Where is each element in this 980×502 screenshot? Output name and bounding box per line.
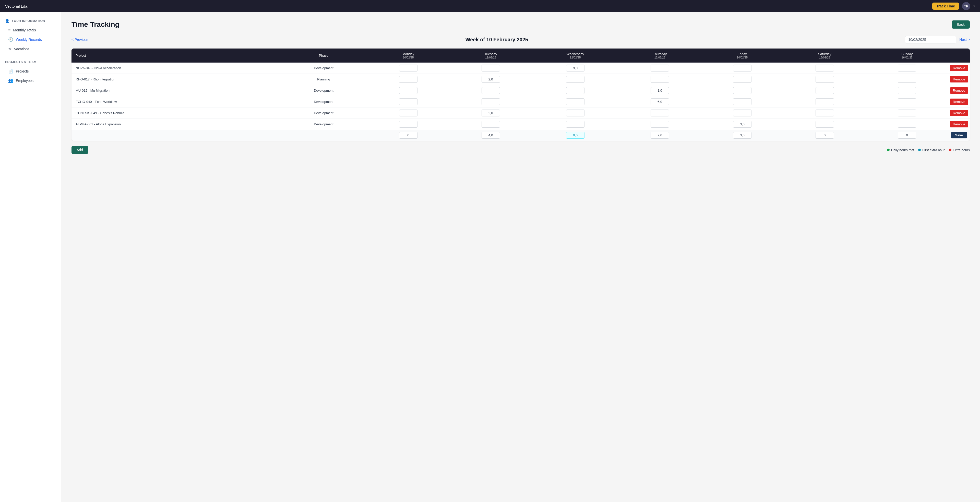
row-sunday-input[interactable] xyxy=(898,87,916,94)
row-saturday-input[interactable] xyxy=(816,110,834,116)
back-button[interactable]: Back xyxy=(951,21,970,29)
total-saturday-input[interactable] xyxy=(816,132,834,139)
sidebar-item-projects[interactable]: 📄 Projects xyxy=(0,67,61,76)
row-monday-input[interactable] xyxy=(399,98,417,105)
legend-extra-hours: Extra hours xyxy=(949,148,970,152)
row-saturday-cell xyxy=(783,85,866,96)
total-monday-input[interactable] xyxy=(399,132,417,139)
row-friday-input[interactable] xyxy=(733,121,751,128)
row-tuesday-input[interactable] xyxy=(482,87,500,94)
dot-green-icon xyxy=(887,149,889,151)
total-friday-input[interactable] xyxy=(733,132,751,139)
add-button[interactable]: Add xyxy=(72,146,88,154)
remove-button[interactable]: Remove xyxy=(950,121,968,127)
row-monday-input[interactable] xyxy=(399,110,417,116)
row-sunday-cell xyxy=(866,74,948,85)
row-thursday-input[interactable] xyxy=(651,65,669,71)
sidebar-item-monthly-totals[interactable]: ≡ Monthly Totals xyxy=(0,25,61,35)
date-input[interactable] xyxy=(905,36,956,43)
row-wednesday-input[interactable] xyxy=(566,98,584,105)
row-wednesday-cell xyxy=(532,108,619,119)
row-thursday-input[interactable] xyxy=(651,87,669,94)
row-friday-input[interactable] xyxy=(733,65,751,71)
avatar-button[interactable]: TR xyxy=(962,2,970,10)
row-monday-input[interactable] xyxy=(399,65,417,71)
row-saturday-cell xyxy=(783,96,866,108)
track-time-button[interactable]: Track Time xyxy=(932,3,959,10)
row-monday-input[interactable] xyxy=(399,121,417,128)
row-tuesday-input[interactable] xyxy=(482,76,500,83)
row-friday-input[interactable] xyxy=(733,98,751,105)
row-tuesday-cell xyxy=(449,96,532,108)
row-thursday-input[interactable] xyxy=(651,98,669,105)
row-friday-input[interactable] xyxy=(733,76,751,83)
row-sunday-input[interactable] xyxy=(898,110,916,116)
total-wednesday-input[interactable] xyxy=(566,132,584,139)
row-friday-input[interactable] xyxy=(733,110,751,116)
footer-row: Add Daily hours met First extra hour Ext… xyxy=(72,146,970,154)
row-friday-input[interactable] xyxy=(733,87,751,94)
row-friday-cell xyxy=(701,96,783,108)
remove-button[interactable]: Remove xyxy=(950,98,968,105)
total-tuesday-input[interactable] xyxy=(482,132,500,139)
row-phase: Development xyxy=(280,62,367,74)
row-monday-cell xyxy=(367,108,450,119)
week-navigation: < Previous Week of 10 February 2025 Next… xyxy=(72,36,970,43)
row-saturday-input[interactable] xyxy=(816,121,834,128)
sidebar-projects-label: Projects xyxy=(16,69,29,73)
remove-button[interactable]: Remove xyxy=(950,76,968,83)
layout: 👤 YOUR INFORMATION ≡ Monthly Totals 🕐 We… xyxy=(0,12,980,502)
row-wednesday-input[interactable] xyxy=(566,76,584,83)
user-icon: 👤 xyxy=(5,19,10,23)
total-tuesday xyxy=(449,130,532,141)
row-monday-cell xyxy=(367,119,450,130)
row-wednesday-input[interactable] xyxy=(566,87,584,94)
legend-daily-label: Daily hours met xyxy=(891,148,914,152)
row-monday-input[interactable] xyxy=(399,76,417,83)
row-friday-cell xyxy=(701,85,783,96)
row-tuesday-input[interactable] xyxy=(482,98,500,105)
row-remove-cell: Remove xyxy=(948,108,970,119)
row-wednesday-input[interactable] xyxy=(566,65,584,71)
row-sunday-input[interactable] xyxy=(898,121,916,128)
save-button[interactable]: Save xyxy=(951,132,967,138)
legend-daily-hours-met: Daily hours met xyxy=(887,148,914,152)
row-wednesday-input[interactable] xyxy=(566,121,584,128)
sidebar-your-information-header[interactable]: 👤 YOUR INFORMATION xyxy=(0,16,61,25)
row-saturday-input[interactable] xyxy=(816,65,834,71)
sidebar-item-weekly-records[interactable]: 🕐 Weekly Records xyxy=(0,35,61,44)
save-cell: Save xyxy=(948,130,970,141)
row-sunday-input[interactable] xyxy=(898,65,916,71)
table-row: GENESIS-049 - Genesis RebuildDevelopment… xyxy=(72,108,970,119)
sidebar-item-employees[interactable]: 👥 Employees xyxy=(0,76,61,85)
row-wednesday-cell xyxy=(532,96,619,108)
row-wednesday-input[interactable] xyxy=(566,110,584,116)
previous-button[interactable]: < Previous xyxy=(72,38,89,41)
row-thursday-input[interactable] xyxy=(651,121,669,128)
row-sunday-input[interactable] xyxy=(898,98,916,105)
avatar-chevron-icon[interactable]: ▾ xyxy=(974,4,975,8)
total-thursday-input[interactable] xyxy=(651,132,669,139)
remove-button[interactable]: Remove xyxy=(950,87,968,94)
next-button[interactable]: Next > xyxy=(959,38,970,41)
row-thursday-input[interactable] xyxy=(651,110,669,116)
row-tuesday-input[interactable] xyxy=(482,65,500,71)
total-sunday-input[interactable] xyxy=(898,132,916,139)
row-monday-input[interactable] xyxy=(399,87,417,94)
row-tuesday-input[interactable] xyxy=(482,121,500,128)
remove-button[interactable]: Remove xyxy=(950,110,968,116)
row-thursday-input[interactable] xyxy=(651,76,669,83)
row-saturday-input[interactable] xyxy=(816,98,834,105)
date-controls: Next > xyxy=(905,36,970,43)
sidebar-item-vacations[interactable]: ✳ Vacations xyxy=(0,44,61,54)
remove-button[interactable]: Remove xyxy=(950,65,968,71)
row-sunday-input[interactable] xyxy=(898,76,916,83)
row-saturday-input[interactable] xyxy=(816,76,834,83)
dot-teal-icon xyxy=(918,149,921,151)
row-saturday-input[interactable] xyxy=(816,87,834,94)
row-saturday-cell xyxy=(783,119,866,130)
row-thursday-cell xyxy=(619,62,701,74)
row-thursday-cell xyxy=(619,119,701,130)
projects-team-label: PROJECTS & TEAM xyxy=(5,60,37,64)
row-tuesday-input[interactable] xyxy=(482,110,500,116)
